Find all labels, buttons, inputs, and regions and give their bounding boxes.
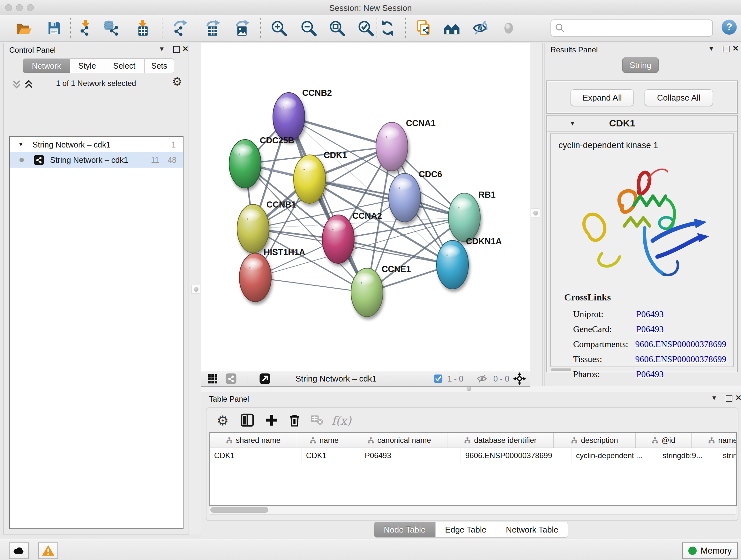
export-table-icon[interactable]: [204, 19, 221, 37]
memory-button[interactable]: Memory: [682, 543, 738, 559]
network-node-CCNA1[interactable]: CCNA1: [376, 118, 435, 171]
tab-node-table[interactable]: Node Table: [374, 522, 435, 538]
apply-layout-icon[interactable]: [379, 19, 396, 37]
export-image-icon[interactable]: [233, 19, 250, 37]
search-box[interactable]: [550, 19, 713, 37]
network-node-RB1[interactable]: RB1: [448, 190, 495, 242]
network-edge-CDK1-RB1[interactable]: [310, 179, 464, 217]
network-edge-CCNA2-CDKN1A[interactable]: [338, 239, 453, 265]
import-database-icon[interactable]: [103, 19, 120, 37]
tree-row-collection[interactable]: ▼ String Network – cdk1 1: [10, 137, 183, 152]
tab-network-table[interactable]: Network Table: [496, 522, 568, 538]
control-panel-collapse-icon[interactable]: ▼: [158, 46, 165, 52]
new-network-from-selection-icon[interactable]: [415, 19, 432, 37]
tab-network[interactable]: Network: [23, 58, 70, 73]
hide-selected-icon[interactable]: [472, 19, 489, 37]
results-panel-float-icon[interactable]: [723, 46, 730, 52]
node-label-CCNB2: CCNB2: [302, 88, 332, 98]
tree-row-network[interactable]: String Network – cdk1 11 48: [10, 152, 183, 168]
zoom-selected-icon[interactable]: [357, 19, 374, 37]
help-icon[interactable]: ?: [721, 18, 738, 36]
first-neighbors-icon[interactable]: [443, 19, 461, 37]
table-panel-float-icon[interactable]: [726, 395, 732, 401]
table-panel-collapse-icon[interactable]: ▼: [711, 395, 718, 401]
control-panel-close-icon[interactable]: ✕: [182, 46, 189, 52]
network-node-HIST1H1A[interactable]: HIST1H1A: [239, 247, 306, 302]
column-header-database-identifier[interactable]: database identifier: [448, 433, 554, 448]
tab-string[interactable]: String: [622, 57, 659, 73]
entry-hscrollbar-thumb[interactable]: [551, 368, 571, 371]
save-session-icon[interactable]: [46, 19, 63, 37]
warning-status-button[interactable]: [38, 543, 58, 559]
svg-text:?: ?: [726, 21, 732, 33]
tab-edge-table[interactable]: Edge Table: [435, 522, 496, 538]
open-session-icon[interactable]: [15, 19, 32, 37]
right-splitter-handle[interactable]: [531, 208, 540, 217]
results-panel-close-icon[interactable]: ✕: [732, 45, 739, 52]
network-node-CDK1[interactable]: CDK1: [293, 150, 347, 203]
table-hscrollbar-thumb[interactable]: [210, 507, 268, 513]
crosslink-value-link[interactable]: P06493: [636, 369, 664, 379]
cloud-status-button[interactable]: [9, 543, 29, 559]
memory-button-label: Memory: [700, 546, 732, 556]
network-node-CDKN1A[interactable]: CDKN1A: [436, 237, 502, 289]
zoom-fit-icon[interactable]: [328, 19, 346, 37]
table-hscrollbar[interactable]: [209, 506, 736, 515]
node-label-HIST1H1A: HIST1H1A: [264, 247, 306, 257]
column-header-namespace[interactable]: namespace: [691, 433, 737, 448]
delete-column-icon[interactable]: [287, 413, 304, 429]
network-canvas[interactable]: CCNB2 CCNA1 CDC25B CDK1 CDC6 RB1 CCNB1: [201, 43, 530, 371]
tab-sets[interactable]: Sets: [145, 58, 174, 73]
column-header-description[interactable]: description: [554, 433, 636, 448]
network-edge-CCNB2-CCNE1[interactable]: [289, 117, 367, 293]
tree-collapse-icon[interactable]: ▼: [18, 141, 23, 148]
export-network-icon[interactable]: [171, 19, 188, 37]
string-network-badge-icon[interactable]: [225, 373, 237, 384]
tab-select[interactable]: Select: [105, 58, 145, 73]
crosslink-value-link[interactable]: 9606.ENSP00000378699: [635, 339, 726, 349]
table-cell: 9606.ENSP00000378699: [461, 448, 571, 463]
table-settings-icon[interactable]: ⚙: [217, 413, 233, 429]
column-header-at-id[interactable]: @id: [636, 433, 691, 448]
tab-style[interactable]: Style: [70, 58, 105, 73]
move-crosshair-icon[interactable]: [513, 372, 526, 385]
import-network-icon[interactable]: [77, 19, 94, 37]
network-node-CCNB1[interactable]: CCNB1: [237, 200, 296, 253]
table-row[interactable]: CDK1CDK1P064939606.ENSP00000378699cyclin…: [210, 448, 736, 463]
left-splitter-handle[interactable]: [192, 285, 200, 294]
search-input[interactable]: [566, 21, 712, 35]
column-header-canonical-name[interactable]: canonical name: [351, 433, 448, 448]
grid-view-icon[interactable]: [207, 373, 218, 384]
warning-icon: [42, 544, 55, 557]
network-node-CCNE1[interactable]: CCNE1: [351, 264, 411, 317]
network-edge-HIST1H1A-CCNE1[interactable]: [255, 277, 367, 293]
add-column-icon[interactable]: [264, 413, 280, 429]
horizontal-splitter-handle[interactable]: [467, 386, 471, 391]
crosslink-label: Pharos:: [573, 369, 636, 379]
zoom-in-icon[interactable]: [270, 19, 287, 37]
network-panel-options-gear-icon[interactable]: ⚙: [172, 75, 182, 88]
crosslink-value-link[interactable]: P06493: [636, 309, 664, 319]
crosslink-value-link[interactable]: 9606.ENSP00000378699: [635, 354, 726, 364]
table-panel-close-icon[interactable]: ✕: [735, 395, 741, 401]
show-columns-icon[interactable]: [240, 413, 256, 429]
memory-status-dot: [688, 547, 697, 555]
control-panel-float-icon[interactable]: [173, 46, 180, 53]
birds-eye-view-icon[interactable]: [259, 373, 271, 384]
node-entry-header[interactable]: ▼ CDK1: [547, 116, 737, 132]
show-all-icon[interactable]: [500, 19, 517, 37]
crosslink-value-link[interactable]: P06493: [636, 324, 664, 334]
selected-checkbox-icon[interactable]: [433, 374, 443, 383]
network-node-CDC6[interactable]: CDC6: [389, 170, 442, 222]
results-panel-collapse-icon[interactable]: ▼: [708, 45, 715, 52]
hidden-eye-icon[interactable]: [476, 373, 488, 384]
expand-all-button[interactable]: Expand All: [570, 89, 634, 106]
column-header-name[interactable]: name: [297, 433, 351, 448]
node-label-CDKN1A: CDKN1A: [466, 237, 502, 246]
zoom-out-icon[interactable]: [300, 19, 317, 37]
entry-collapse-icon[interactable]: ▼: [569, 120, 576, 127]
network-node-CCNB2[interactable]: CCNB2: [273, 88, 332, 141]
collapse-all-button[interactable]: Collapse All: [645, 89, 713, 106]
column-header-shared-name[interactable]: shared name: [210, 433, 297, 448]
import-table-icon[interactable]: [134, 19, 151, 37]
